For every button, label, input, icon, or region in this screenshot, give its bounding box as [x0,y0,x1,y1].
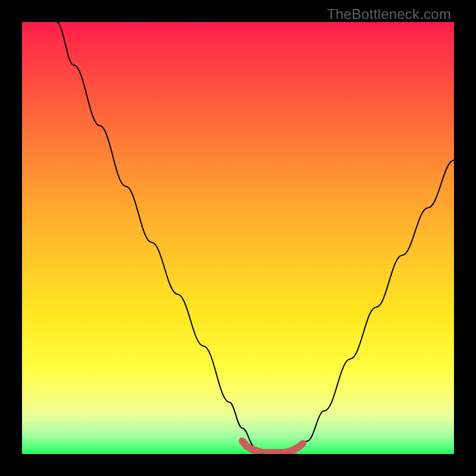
chart-container: TheBottleneck.com [0,0,476,476]
watermark-text: TheBottleneck.com [327,6,451,23]
curve-line [57,22,454,453]
band-segment [299,444,303,447]
curve-path [57,22,454,453]
chart-svg [22,22,454,454]
